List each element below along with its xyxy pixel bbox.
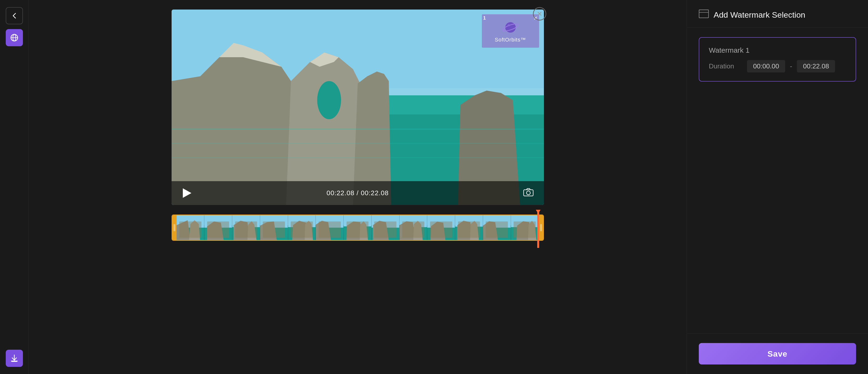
timeline-frame-3 xyxy=(232,215,260,240)
svg-rect-62 xyxy=(455,215,483,240)
svg-marker-30 xyxy=(189,220,200,240)
svg-marker-64 xyxy=(457,221,472,240)
timeline-frame-12 xyxy=(483,215,511,240)
svg-marker-61 xyxy=(431,222,445,240)
svg-marker-54 xyxy=(373,221,389,240)
total-time: 00:22.08 xyxy=(361,189,389,197)
timeline-handle-left[interactable] xyxy=(172,215,177,240)
right-panel: Add Watermark Selection Watermark 1 Dura… xyxy=(687,0,868,374)
timeline-frame-1 xyxy=(177,215,205,240)
svg-marker-68 xyxy=(483,221,498,240)
timeline-frame-11 xyxy=(455,215,483,240)
back-button[interactable] xyxy=(6,7,23,24)
timeline-track xyxy=(172,214,544,241)
timeline-frame-9 xyxy=(400,215,428,240)
svg-rect-45 xyxy=(316,215,343,240)
duration-row: Duration 00:00.00 - 00:22.08 xyxy=(709,60,846,72)
time-separator: / xyxy=(356,189,361,197)
save-button[interactable]: Save xyxy=(699,343,856,365)
svg-rect-73 xyxy=(540,224,541,231)
timeline-playhead[interactable] xyxy=(537,210,539,248)
svg-marker-43 xyxy=(292,221,307,240)
video-close-button[interactable]: ✕ xyxy=(533,7,546,21)
video-controls: 00:22.08 / 00:22.08 xyxy=(172,181,544,205)
svg-rect-34 xyxy=(232,215,260,240)
watermark-card-name: Watermark 1 xyxy=(709,46,846,54)
svg-rect-5 xyxy=(11,361,17,362)
svg-point-22 xyxy=(508,24,510,27)
video-player: 1 ✕ SoftOrbits™ 00:22.08 xyxy=(172,9,544,205)
svg-rect-69 xyxy=(511,215,539,240)
duration-end-time[interactable]: 00:22.08 xyxy=(797,60,835,72)
svg-rect-19 xyxy=(172,157,544,158)
svg-rect-26 xyxy=(175,224,175,231)
panel-footer: Save xyxy=(687,333,868,374)
svg-marker-51 xyxy=(360,221,368,240)
svg-rect-25 xyxy=(174,224,174,231)
video-player-wrapper: ✕ xyxy=(172,9,544,205)
svg-rect-17 xyxy=(172,129,544,130)
watermark-number: 1 xyxy=(483,15,486,21)
svg-marker-37 xyxy=(247,221,256,240)
timeline-frame-13 xyxy=(511,215,539,240)
svg-marker-33 xyxy=(207,222,224,240)
svg-rect-52 xyxy=(372,215,399,240)
svg-rect-38 xyxy=(260,215,288,240)
watermark-card: Watermark 1 Duration 00:00.00 - 00:22.08 xyxy=(699,37,856,81)
timeline-frame-4 xyxy=(260,215,288,240)
svg-rect-55 xyxy=(400,215,427,240)
svg-rect-75 xyxy=(699,10,709,18)
panel-header: Add Watermark Selection xyxy=(687,0,868,28)
svg-rect-59 xyxy=(427,215,455,240)
svg-rect-76 xyxy=(699,10,709,18)
svg-rect-74 xyxy=(541,224,542,231)
timeline-container xyxy=(172,214,544,241)
current-time: 00:22.08 xyxy=(327,189,354,197)
svg-marker-57 xyxy=(400,221,415,240)
watermark-tool-button[interactable] xyxy=(6,29,23,46)
watermark-brand-text: SoftOrbits™ xyxy=(495,37,526,43)
svg-marker-65 xyxy=(470,221,479,240)
duration-label: Duration xyxy=(709,63,742,70)
time-display: 00:22.08 / 00:22.08 xyxy=(327,189,389,197)
svg-marker-47 xyxy=(316,221,331,240)
svg-marker-44 xyxy=(305,221,313,240)
svg-marker-36 xyxy=(234,221,250,240)
duration-separator: - xyxy=(790,63,792,70)
sidebar xyxy=(0,0,29,374)
svg-marker-72 xyxy=(528,221,536,240)
timeline-frame-8 xyxy=(372,215,400,240)
svg-marker-58 xyxy=(413,221,423,240)
svg-marker-50 xyxy=(346,222,363,240)
planet-icon xyxy=(502,19,519,36)
watermark-logo: SoftOrbits™ xyxy=(495,19,526,43)
panel-header-icon xyxy=(699,9,709,20)
svg-point-12 xyxy=(317,81,341,119)
main-content: ✕ xyxy=(29,0,687,374)
timeline-frame-7 xyxy=(344,215,372,240)
timeline-frame-2 xyxy=(204,215,232,240)
screenshot-button[interactable] xyxy=(522,187,534,199)
svg-marker-71 xyxy=(517,221,531,240)
play-icon xyxy=(183,188,191,198)
svg-rect-48 xyxy=(344,215,371,240)
timeline-frame-10 xyxy=(427,215,455,240)
duration-start-time[interactable]: 00:00.00 xyxy=(747,60,785,72)
svg-rect-18 xyxy=(172,143,544,144)
timeline-frame-5 xyxy=(288,215,316,240)
svg-rect-66 xyxy=(483,215,511,240)
svg-rect-41 xyxy=(288,215,316,240)
svg-rect-31 xyxy=(204,215,232,240)
svg-point-24 xyxy=(526,191,530,195)
timeline-frames xyxy=(177,215,539,240)
timeline-frame-6 xyxy=(316,215,344,240)
panel-body: Watermark 1 Duration 00:00.00 - 00:22.08 xyxy=(687,28,868,333)
watermark-overlay: 1 ✕ SoftOrbits™ xyxy=(482,14,539,48)
svg-rect-27 xyxy=(177,215,204,240)
download-button[interactable] xyxy=(6,350,23,367)
play-button[interactable] xyxy=(181,187,193,199)
timeline-handle-right[interactable] xyxy=(539,215,543,240)
panel-title: Add Watermark Selection xyxy=(714,10,805,20)
